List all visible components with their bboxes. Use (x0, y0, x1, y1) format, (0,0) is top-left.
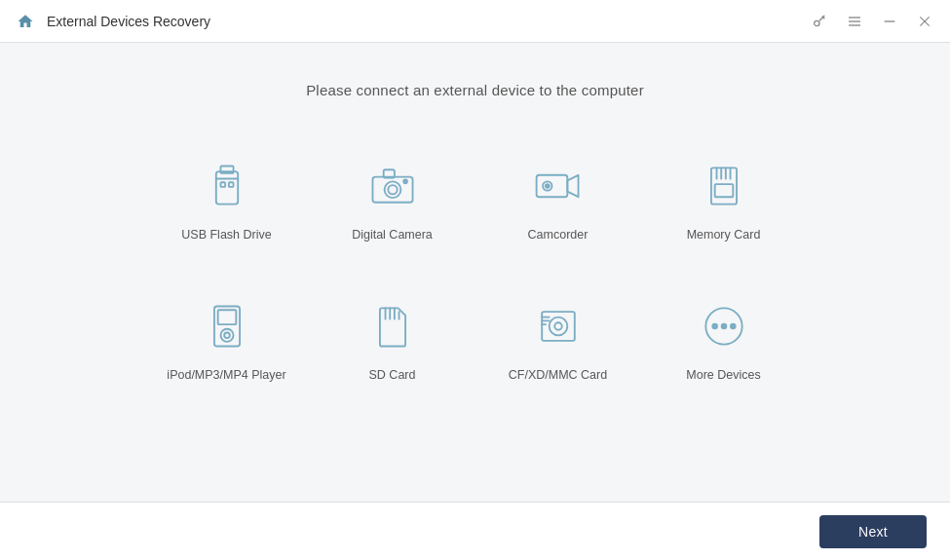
svg-point-41 (712, 323, 717, 328)
home-button[interactable] (12, 8, 39, 35)
camcorder-icon (527, 155, 589, 217)
minimize-button[interactable] (876, 8, 903, 35)
svg-point-16 (403, 179, 407, 183)
page-subtitle: Please connect an external device to the… (306, 82, 644, 98)
svg-point-35 (549, 317, 567, 335)
ipod-mp3-icon (196, 295, 258, 357)
sd-card-icon (361, 295, 424, 357)
svg-point-28 (220, 328, 233, 341)
svg-rect-7 (215, 171, 237, 205)
memory-card-icon (693, 155, 755, 217)
cf-xd-mmc-icon (527, 295, 589, 357)
more-devices-icon (693, 295, 755, 357)
svg-point-36 (554, 322, 561, 329)
svg-rect-10 (228, 182, 233, 187)
more-devices-label: More Devices (686, 367, 760, 385)
device-usb-flash-drive[interactable]: USB Flash Drive (149, 137, 305, 258)
titlebar: External Devices Recovery (0, 0, 950, 43)
memory-card-label: Memory Card (687, 227, 761, 244)
device-ipod-mp3[interactable]: iPod/MP3/MP4 Player (149, 278, 305, 398)
usb-flash-drive-icon (196, 155, 258, 217)
app-title: External Devices Recovery (47, 14, 806, 29)
devices-grid: USB Flash Drive Digital Camera (149, 137, 802, 397)
key-button[interactable] (806, 8, 833, 35)
svg-point-0 (815, 20, 819, 25)
camcorder-label: Camcorder (528, 227, 589, 244)
main-content: Please connect an external device to the… (0, 43, 950, 502)
svg-point-14 (388, 185, 397, 194)
device-sd-card[interactable]: SD Card (315, 278, 471, 398)
digital-camera-label: Digital Camera (352, 227, 433, 244)
device-camcorder[interactable]: Camcorder (480, 137, 636, 258)
next-button[interactable]: Next (819, 515, 927, 548)
device-more-devices[interactable]: More Devices (646, 278, 802, 398)
svg-rect-25 (714, 184, 733, 197)
svg-point-19 (545, 184, 549, 188)
svg-point-43 (731, 323, 736, 328)
svg-point-29 (224, 332, 230, 338)
footer: Next (0, 502, 950, 560)
close-button[interactable] (911, 8, 938, 35)
svg-rect-9 (220, 182, 225, 187)
ipod-mp3-label: iPod/MP3/MP4 Player (167, 367, 285, 385)
svg-rect-27 (217, 310, 236, 324)
menu-button[interactable] (841, 8, 868, 35)
device-memory-card[interactable]: Memory Card (646, 137, 802, 258)
svg-point-42 (721, 323, 726, 328)
digital-camera-icon (361, 155, 424, 217)
device-digital-camera[interactable]: Digital Camera (315, 137, 471, 258)
sd-card-label: SD Card (369, 367, 416, 385)
window-controls (806, 8, 938, 35)
cf-xd-mmc-label: CF/XD/MMC Card (509, 367, 607, 385)
svg-rect-34 (542, 312, 575, 341)
svg-point-13 (384, 181, 400, 198)
device-cf-xd-mmc[interactable]: CF/XD/MMC Card (480, 278, 636, 398)
usb-flash-drive-label: USB Flash Drive (181, 227, 271, 244)
